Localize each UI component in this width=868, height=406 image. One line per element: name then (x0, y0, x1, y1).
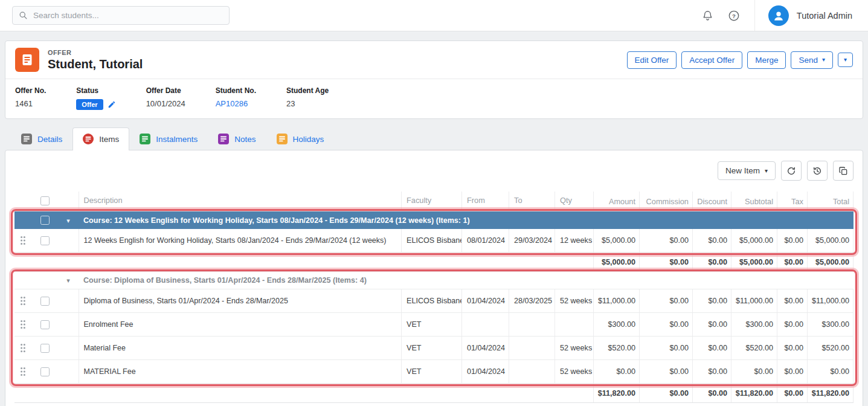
col-tax[interactable]: Tax (777, 192, 808, 211)
row-checkbox[interactable] (40, 236, 50, 245)
item-row: Material FeeVET01/04/202452 weeks$520.00… (14, 337, 854, 360)
item-row: Enrolment FeeVET$300.00$0.00$0.00$300.00… (14, 313, 854, 337)
offer-summary-fields: Offer No. 1461 Status Offer Offer Date 1… (5, 79, 863, 118)
cell-faculty: VET (402, 337, 462, 360)
cell-total: $520.00 (808, 337, 854, 360)
edit-status-icon[interactable] (108, 100, 116, 109)
tab-details[interactable]: Details (11, 127, 72, 150)
col-amount[interactable]: Amount (594, 192, 640, 211)
cell-tax: $0.00 (777, 384, 808, 403)
drag-handle[interactable] (20, 366, 26, 376)
cell-subtotal: $0.00 (731, 360, 777, 384)
row-checkbox[interactable] (40, 216, 50, 225)
cell-tax: $0.00 (777, 229, 808, 253)
tab-holidays[interactable]: Holidays (266, 127, 335, 150)
history-button[interactable] (807, 161, 828, 181)
avatar (768, 5, 789, 26)
cell-tax: $0.00 (777, 289, 808, 313)
user-menu[interactable]: Tutorial Admin (754, 0, 868, 31)
item-row: MATERIAL FeeVET01/04/202452 weeks$0.00$0… (14, 360, 854, 384)
search-input[interactable] (33, 11, 223, 20)
cell-discount: $0.00 (693, 360, 731, 384)
cell-from: 01/04/2024 (462, 337, 509, 360)
help-button[interactable]: ? (723, 5, 745, 27)
cell-total: $300.00 (808, 313, 854, 337)
chevron-down-icon: ▾ (822, 57, 825, 63)
collapse-group-icon[interactable]: ▾ (66, 217, 70, 224)
table-wrap: Description Faculty From To Qty Amount C… (14, 192, 854, 406)
cell-commission: $0.00 (640, 289, 693, 313)
cell-amount: $300.00 (594, 313, 640, 337)
chevron-down-icon: ▾ (765, 168, 768, 174)
items-table-body: ▾Course: 12 Weeks English for Working Ho… (14, 211, 854, 406)
cell-from: 01/04/2024 (462, 289, 509, 313)
cell-faculty: VET (402, 313, 462, 337)
cell-discount: $0.00 (693, 289, 731, 313)
drag-handle[interactable] (20, 295, 26, 306)
cell-commission: $0.00 (640, 313, 693, 337)
cell-to (509, 313, 555, 337)
row-checkbox[interactable] (40, 320, 50, 329)
student-number-link[interactable]: AP10286 (216, 99, 248, 108)
cell-to (509, 360, 555, 384)
drag-handle[interactable] (20, 318, 26, 329)
col-from[interactable]: From (462, 192, 509, 211)
col-description[interactable]: Description (79, 192, 402, 211)
cell-amount: $11,820.00 (594, 384, 640, 403)
cell-to: 28/03/2025 (509, 289, 555, 313)
cell-from: 01/04/2024 (462, 360, 509, 384)
drag-handle[interactable] (20, 234, 26, 245)
status-badge: Offer (76, 99, 103, 110)
send-button[interactable]: Send▾ (791, 51, 833, 69)
cell-commission: $0.00 (640, 337, 693, 360)
row-checkbox[interactable] (40, 367, 50, 376)
tab-notes[interactable]: Notes (208, 127, 266, 150)
copy-button[interactable] (833, 161, 854, 181)
col-total[interactable]: Total (808, 192, 854, 211)
col-discount[interactable]: Discount (693, 192, 731, 211)
collapse-group-icon[interactable]: ▾ (66, 277, 70, 284)
notifications-button[interactable] (697, 5, 718, 26)
accept-offer-button[interactable]: Accept Offer (681, 51, 742, 69)
cell-from: 08/01/2024 (462, 229, 509, 253)
field-student-age: Student Age 23 (286, 86, 329, 110)
group-header-row: ▾Course: 12 Weeks English for Working Ho… (14, 211, 854, 230)
topbar: ? Tutorial Admin (0, 0, 868, 31)
group-header-row: ▾Course: Diploma of Business, Starts 01/… (14, 272, 854, 289)
offer-tabs: Details Items Instalments Notes Holidays (11, 127, 863, 150)
search-box[interactable] (12, 6, 230, 25)
cell-tax: $0.00 (777, 313, 808, 337)
offer-document-icon (15, 48, 39, 72)
row-checkbox[interactable] (40, 344, 50, 353)
select-all-checkbox[interactable] (40, 196, 50, 205)
tab-items[interactable]: Items (72, 127, 129, 150)
search-icon (19, 11, 28, 20)
col-faculty[interactable]: Faculty (402, 192, 462, 211)
row-checkbox[interactable] (40, 297, 50, 306)
tab-instalments[interactable]: Instalments (129, 127, 208, 150)
details-icon (21, 134, 32, 144)
cell-amount: $11,000.00 (594, 289, 640, 313)
cell-to (509, 337, 555, 360)
offer-type-label: OFFER (48, 49, 143, 56)
more-actions-button[interactable]: ▾ (838, 53, 853, 67)
group-subtotal-row: $11,820.00$0.00$0.00$11,820.00$0.00$11,8… (14, 384, 854, 403)
cell-tax: $0.00 (777, 337, 808, 360)
col-qty[interactable]: Qty (555, 192, 594, 211)
col-commission[interactable]: Commission (640, 192, 693, 211)
cell-total: $5,000.00 (808, 253, 854, 272)
cell-from (462, 313, 509, 337)
col-to[interactable]: To (509, 192, 555, 211)
merge-button[interactable]: Merge (747, 51, 786, 69)
new-item-button[interactable]: New Item ▾ (718, 161, 776, 180)
copy-icon (838, 166, 848, 176)
notes-icon (218, 134, 229, 144)
cell-subtotal: $300.00 (731, 313, 777, 337)
cell-qty: 52 weeks (555, 337, 594, 360)
spacer-row (14, 403, 854, 406)
col-subtotal[interactable]: Subtotal (731, 192, 777, 211)
edit-offer-button[interactable]: Edit Offer (627, 51, 677, 69)
cell-qty: 52 weeks (555, 289, 594, 313)
drag-handle[interactable] (20, 342, 26, 353)
refresh-button[interactable] (781, 161, 802, 181)
